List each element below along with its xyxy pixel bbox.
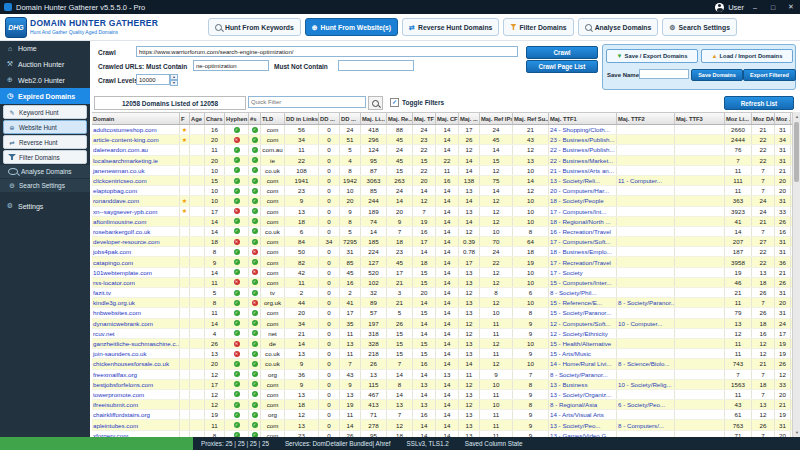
column-header-maj-ttf3[interactable]: Maj. TTF3: [675, 113, 725, 124]
column-header-domain[interactable]: Domain: [92, 113, 180, 124]
column-header-chars[interactable]: Chars: [205, 113, 225, 124]
table-row[interactable]: rss-locator.com11✕✓com110161022115141312…: [92, 278, 792, 288]
column-header-maj-ttf1[interactable]: Maj. TTF1: [549, 113, 617, 124]
column-header-s[interactable]: #s: [249, 113, 261, 124]
sidebar-item-search-settings[interactable]: ⚙ Search Settings: [0, 179, 90, 192]
sidebar-item-auction-hunter[interactable]: ⚒ Auction Hunter: [0, 56, 90, 72]
column-header-dd-in-links[interactable]: DD in Links: [285, 113, 319, 124]
sidebar-item-website-hunt[interactable]: ⊕ Website Hunt: [3, 120, 87, 134]
table-row[interactable]: towerpromote.com12✓✓com13013467141414131…: [92, 390, 792, 400]
cell-num: 21: [775, 400, 791, 409]
column-header-maj-ref-su[interactable]: Maj. Ref Su...: [513, 113, 549, 124]
sidebar-item-home[interactable]: ⌂ Home: [0, 40, 90, 56]
table-row[interactable]: rcuv.net4✓✓net210113181514141211912 - So…: [92, 329, 792, 339]
save-name-input[interactable]: [639, 69, 689, 79]
scroll-up-icon[interactable]: ▲: [793, 112, 800, 121]
table-row[interactable]: dynamicwebrank.com14✓✓com340351972614141…: [92, 319, 792, 329]
minimize-button[interactable]: –: [748, 0, 762, 14]
save-export-button[interactable]: ▼ Save / Export Domains: [606, 49, 698, 63]
tab-filter-domains[interactable]: Filter Domains: [503, 18, 573, 36]
table-row[interactable]: xn--saygsever-ypb.com★17✕✓com13091892071…: [92, 207, 792, 217]
must-not-contain-input[interactable]: [338, 60, 414, 71]
crawl-levels-input[interactable]: [136, 74, 170, 85]
sidebar-item-settings[interactable]: ⚙ Settings: [0, 198, 90, 214]
table-row[interactable]: hnbwebsites.com11✓✓com200175751514131081…: [92, 308, 792, 318]
cell-ttf: [617, 247, 675, 256]
scroll-thumb[interactable]: [794, 122, 799, 182]
tab-search-settings[interactable]: ⚙ Search Settings: [662, 18, 737, 36]
table-row[interactable]: dalereardon.com.au11✓✓com.au110512424221…: [92, 145, 792, 155]
user-label[interactable]: User: [728, 3, 744, 12]
table-row[interactable]: jobs4pak.com8✓✕com500312242314140.782418…: [92, 247, 792, 257]
sidebar-item-reverse-hunt[interactable]: ⇄ Reverse Hunt: [3, 135, 87, 149]
scroll-down-icon[interactable]: ▼: [793, 428, 800, 437]
quick-filter-input[interactable]: [248, 96, 366, 108]
column-header-hyphen[interactable]: Hyphen: [225, 113, 249, 124]
table-row[interactable]: developer-resource.com18✕✓com84347295185…: [92, 237, 792, 247]
column-header-age[interactable]: Age: [190, 113, 205, 124]
table-row[interactable]: ifreeisubmit.com12✓✓com18019413131314121…: [92, 400, 792, 410]
table-row[interactable]: join-saunders.co.uk13✕✓co.uk130112181515…: [92, 349, 792, 359]
column-header-maj-re[interactable]: Maj. Re...: [387, 113, 413, 124]
export-filtered-button[interactable]: Export Filtered: [743, 69, 796, 81]
crawl-url-input[interactable]: [136, 46, 518, 57]
column-header-tld[interactable]: TLD: [261, 113, 285, 124]
table-row[interactable]: kindle3g.org.uk8✓✕org.uk4404189211414131…: [92, 298, 792, 308]
column-header-maj-ttf2[interactable]: Maj. TTF2: [617, 113, 675, 124]
table-row[interactable]: fazit.tv5✓✓tv202323201412868 - Society/P…: [92, 288, 792, 298]
tab-hunt-from-keywords[interactable]: Hunt From Keywords: [208, 18, 301, 36]
column-header-maj-ref-ips[interactable]: Maj. Ref IPs: [480, 113, 513, 124]
table-row[interactable]: freexmailfax.org12✓✓org36043131414131197…: [92, 370, 792, 380]
column-header-dd[interactable]: DD ...: [340, 113, 361, 124]
table-row[interactable]: clickcentricseo.com15✓✓com19410194230632…: [92, 176, 792, 186]
table-row[interactable]: article-content-king.com★20✕✓com34051296…: [92, 135, 792, 145]
table-row[interactable]: adultcostumeshop.com★16✓✓com560244188824…: [92, 125, 792, 135]
spin-down-icon[interactable]: ▼: [170, 80, 178, 86]
refresh-list-button[interactable]: Refresh List: [724, 96, 794, 110]
tab-analyse-domains[interactable]: Analyse Domains: [578, 18, 659, 36]
cell-num: 0: [319, 339, 340, 348]
column-header-moz-da[interactable]: Moz DA: [752, 113, 775, 124]
table-row[interactable]: chairkliffordstairs.org19✓✓org1201171716…: [92, 410, 792, 420]
tab-hunt-from-websites[interactable]: ⊕ Hunt From Website(s): [305, 18, 398, 36]
search-button[interactable]: [368, 96, 383, 110]
table-row[interactable]: chickenhousesforsale.co.uk20✓✓co.uk90726…: [92, 359, 792, 369]
sidebar-item-web20-hunter[interactable]: ⊕ Web2.0 Hunter: [0, 72, 90, 88]
table-row[interactable]: elaptopbag.com10✓✓com2301085241414131412…: [92, 186, 792, 196]
column-header-maj-tf[interactable]: Maj. TF: [413, 113, 436, 124]
table-row[interactable]: janenewman.co.uk10✓✓co.uk108088715221114…: [92, 166, 792, 176]
load-import-button[interactable]: ▲ Load / Import Domains: [701, 49, 793, 63]
vertical-scrollbar[interactable]: ▲ ▼: [792, 112, 800, 437]
column-header-maj-cf[interactable]: Maj. CF: [436, 113, 459, 124]
column-header-f[interactable]: F: [180, 113, 190, 124]
toggle-filters[interactable]: ✓ Toggle Filters: [390, 96, 444, 108]
sidebar-item-expired-domains[interactable]: ◷ Expired Domains: [0, 88, 90, 104]
column-header-maj[interactable]: Maj. ...: [459, 113, 480, 124]
must-contain-input[interactable]: [193, 60, 269, 71]
table-row[interactable]: ronanddave.com★10✓✓com902024414121414121…: [92, 196, 792, 206]
tab-reverse-hunt-domains[interactable]: ⇄ Reverse Hunt Domains: [402, 18, 499, 36]
cell-num: 46: [725, 278, 752, 287]
table-row[interactable]: apleintubes.com11✓✓com130142781214141311…: [92, 420, 792, 430]
table-row[interactable]: localsearchmarketing.ie20✓✓ie22049545152…: [92, 156, 792, 166]
table-row[interactable]: bestjobsforfelons.com17✓✓com909115813141…: [92, 380, 792, 390]
table-row[interactable]: catapingo.com9✓✓com820851274518141722191…: [92, 257, 792, 267]
close-button[interactable]: ✕: [784, 0, 798, 14]
sidebar-item-keyword-hunt[interactable]: ✎ Keyword Hunt: [3, 105, 87, 119]
save-domains-button[interactable]: Save Domains: [691, 69, 743, 81]
crawl-page-list-button[interactable]: Crawl Page List: [526, 60, 598, 73]
table-row[interactable]: aftonlimousine.com14✓✓com180874919141412…: [92, 217, 792, 227]
sidebar-item-filter-domains[interactable]: Filter Domains: [3, 150, 87, 164]
sidebar-item-analyse-domains[interactable]: Analyse Domains: [0, 165, 90, 178]
column-header-maj-li[interactable]: Maj. Li...: [361, 113, 387, 124]
table-row[interactable]: ganzheitliche-suchmaschine.c...26✕✓de140…: [92, 339, 792, 349]
crawl-button[interactable]: Crawl: [526, 46, 598, 59]
column-header-moz[interactable]: Moz ...: [775, 113, 791, 124]
crawl-levels-stepper[interactable]: ▲ ▼: [170, 74, 178, 85]
table-row[interactable]: 101webtemplate.com14✓✕com420455201715141…: [92, 268, 792, 278]
column-header-dd[interactable]: DD ...: [319, 113, 340, 124]
column-header-moz-li[interactable]: Moz Li...: [725, 113, 752, 124]
cell-num: 22: [285, 156, 319, 165]
table-row[interactable]: rosebankergolf.co.uk14✓✓co.uk60514716141…: [92, 227, 792, 237]
maximize-button[interactable]: □: [766, 0, 780, 14]
